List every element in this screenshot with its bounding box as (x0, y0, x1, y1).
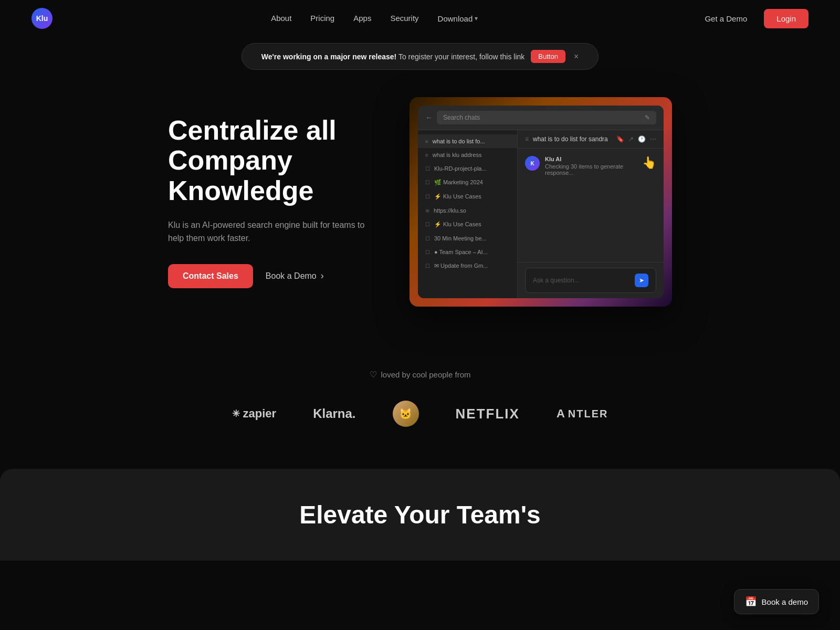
back-button[interactable]: ← (425, 113, 433, 122)
main-action-icons: 🔖 ↗ 🕐 ⋯ (616, 135, 656, 143)
app-window: ← Search chats ✎ ≡ what is to do list fo… (418, 106, 664, 298)
chat-content: Klu AI Checking 30 items to generate res… (545, 156, 635, 176)
sidebar-item[interactable]: ≡ what is klu address (418, 148, 517, 162)
clock-icon[interactable]: 🕐 (638, 135, 646, 143)
nav-security[interactable]: Security (390, 14, 418, 23)
sidebar-item[interactable]: ☐ 30 Min Meeting be... (418, 232, 517, 245)
sidebar-item[interactable]: ≡ what is to do list fo... (418, 134, 517, 148)
banner-close-button[interactable]: × (574, 52, 579, 61)
chevron-down-icon: ▾ (475, 15, 478, 22)
nav-links: About Pricing Apps Security Download ▾ (271, 14, 478, 23)
sidebar-item[interactable]: ≋ https://klu.so (418, 204, 517, 217)
nav-apps[interactable]: Apps (353, 14, 371, 23)
get-demo-button[interactable]: Get a Demo (696, 10, 755, 27)
sidebar-item[interactable]: ☐ ⚡ Klu Use Cases (418, 190, 517, 204)
item-icon: ≋ (425, 208, 429, 214)
sidebar-item[interactable]: ☐ 🌿 Marketing 2024 (418, 175, 517, 190)
announcement-banner: We're working on a major new release! To… (242, 43, 598, 70)
brand-klarna: Klarna. (313, 406, 355, 421)
brand-netflix: NETFLIX (456, 406, 520, 422)
hero-title: Centralize all Company Knowledge (168, 116, 368, 206)
sidebar-item[interactable]: ☐ ● Team Space – AI... (418, 245, 517, 259)
ai-message: Checking 30 items to generate response..… (545, 163, 635, 176)
edit-icon: ✎ (645, 114, 650, 121)
nav-actions: Get a Demo Login (696, 9, 808, 28)
app-search-bar[interactable]: Search chats ✎ (437, 111, 656, 124)
loved-by-section: ♡ loved by cool people from ✳ zapier Kla… (0, 338, 840, 448)
send-button[interactable]: ➤ (635, 274, 648, 287)
bottom-title: Elevate Your Team's (32, 500, 808, 529)
nav-pricing[interactable]: Pricing (310, 14, 334, 23)
sidebar-item[interactable]: ☐ ⚡ Klu Use Cases (418, 217, 517, 232)
item-icon: ☐ (425, 236, 430, 242)
logo[interactable]: Klu (32, 8, 52, 29)
item-icon: ☐ (425, 263, 430, 269)
brands-row: ✳ zapier Klarna. 🐱 NETFLIX A NTLER (0, 401, 840, 427)
item-icon: ≡ (425, 152, 428, 158)
app-header: ← Search chats ✎ (418, 106, 664, 130)
banner-text: We're working on a major new release! To… (261, 52, 525, 61)
app-sidebar: ≡ what is to do list fo... ≡ what is klu… (418, 130, 518, 298)
book-demo-link[interactable]: Book a Demo › (266, 270, 324, 281)
navbar: Klu About Pricing Apps Security Download… (0, 0, 840, 37)
app-body: ≡ what is to do list fo... ≡ what is klu… (418, 130, 664, 298)
brand-antler: A NTLER (556, 407, 608, 421)
ai-avatar: K (525, 156, 540, 171)
ai-name: Klu AI (545, 156, 635, 162)
sidebar-item[interactable]: ☐ Klu-RD-project-pla... (418, 162, 517, 175)
contact-sales-button[interactable]: Contact Sales (168, 264, 253, 288)
nav-download[interactable]: Download ▾ (438, 14, 478, 23)
hero-section: Centralize all Company Knowledge Klu is … (105, 76, 735, 338)
app-main-panel: ≡ what is to do list for sandra 🔖 ↗ 🕐 ⋯ … (518, 130, 664, 298)
calendar-icon: 📅 (745, 596, 757, 607)
item-icon: ☐ (425, 194, 430, 200)
item-icon: ☐ (425, 166, 430, 172)
book-demo-float-button[interactable]: 📅 Book a demo (734, 589, 819, 614)
item-icon: ☐ (425, 222, 430, 227)
main-query-title: what is to do list for sandra (533, 135, 612, 143)
antler-a-icon: A (556, 407, 566, 421)
bottom-section: Elevate Your Team's (0, 469, 840, 561)
item-icon: ☐ (425, 180, 430, 185)
menu-icon: ≡ (525, 135, 529, 143)
brand-zapier: ✳ zapier (232, 407, 277, 421)
login-button[interactable]: Login (764, 9, 808, 28)
arrow-right-icon: › (321, 270, 324, 281)
share-icon[interactable]: ↗ (628, 135, 634, 143)
send-icon: ➤ (639, 277, 644, 284)
brand-avatar: 🐱 (393, 401, 419, 427)
input-placeholder: Ask a question... (533, 277, 580, 284)
item-icon: ☐ (425, 249, 430, 255)
logo-icon: Klu (32, 8, 52, 29)
nav-about[interactable]: About (271, 14, 291, 23)
app-main-header: ≡ what is to do list for sandra 🔖 ↗ 🕐 ⋯ (518, 130, 664, 149)
loved-text: ♡ loved by cool people from (0, 370, 840, 380)
bookmark-icon[interactable]: 🔖 (616, 135, 624, 143)
app-screenshot: ← Search chats ✎ ≡ what is to do list fo… (410, 97, 672, 307)
ai-chat-bubble: K Klu AI Checking 30 items to generate r… (525, 156, 656, 176)
app-input-area: Ask a question... ➤ (518, 262, 664, 298)
zapier-asterisk-icon: ✳ (232, 408, 240, 419)
sidebar-item[interactable]: ☐ ✉ Update from Gm... (418, 259, 517, 273)
banner-button[interactable]: Button (531, 50, 565, 63)
hero-actions: Contact Sales Book a Demo › (168, 264, 368, 288)
cursor-hand-icon: 👆 (642, 156, 656, 170)
hero-content: Centralize all Company Knowledge Klu is … (168, 116, 368, 288)
more-icon[interactable]: ⋯ (650, 135, 656, 143)
heart-icon: ♡ (370, 370, 377, 380)
book-demo-label: Book a demo (762, 597, 808, 606)
hero-subtitle: Klu is an AI-powered search engine built… (168, 218, 368, 245)
chat-area: K Klu AI Checking 30 items to generate r… (518, 149, 664, 262)
search-placeholder: Search chats (443, 114, 480, 121)
app-input-bar[interactable]: Ask a question... ➤ (525, 268, 656, 293)
item-icon: ≡ (425, 139, 428, 144)
